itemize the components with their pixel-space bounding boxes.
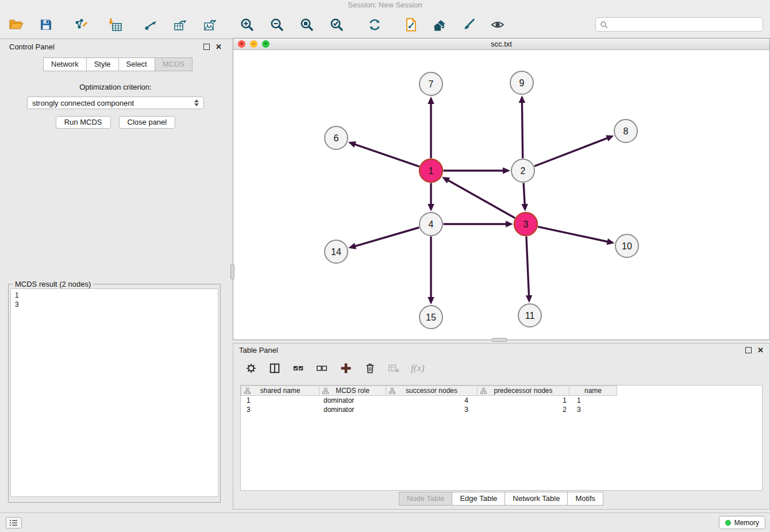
- import-network-button[interactable]: [71, 16, 90, 34]
- zoom-fit-button[interactable]: [298, 16, 316, 34]
- table-panel-float-button[interactable]: [745, 347, 752, 353]
- column-header-successor-nodes[interactable]: successor nodes: [386, 385, 478, 396]
- graph-node-3[interactable]: 3: [514, 213, 537, 236]
- zoom-selected-icon: [329, 17, 344, 32]
- zoom-out-button[interactable]: [268, 16, 286, 34]
- tab-style[interactable]: Style: [86, 57, 119, 71]
- open-session-button[interactable]: [7, 16, 25, 34]
- graph-edge-3-1[interactable]: [448, 180, 515, 218]
- column-header-predecessor-nodes[interactable]: predecessor nodes: [477, 385, 569, 396]
- cell-successor-nodes[interactable]: 4: [387, 396, 479, 405]
- tab-mcds[interactable]: MCDS: [155, 57, 192, 71]
- window-maximize-button[interactable]: [262, 40, 270, 48]
- apply-style-button[interactable]: [460, 16, 478, 34]
- cell-successor-nodes[interactable]: 3: [387, 405, 479, 414]
- graph-edge-2-9[interactable]: [522, 102, 522, 159]
- graph-node-8[interactable]: 8: [614, 119, 637, 142]
- optimization-criterion-label: Optimization criterion:: [3, 83, 228, 91]
- graph-edge-2-8[interactable]: [534, 138, 608, 166]
- graph-node-4[interactable]: 4: [419, 213, 442, 236]
- import-table-button[interactable]: [106, 16, 124, 34]
- table-row[interactable]: 1 dominator 4 1 1: [241, 396, 762, 405]
- show-columns-button[interactable]: [268, 362, 281, 375]
- graph-node-2[interactable]: 2: [511, 159, 534, 182]
- create-column-button[interactable]: [339, 361, 353, 375]
- network-canvas[interactable]: 7968124314101511: [233, 51, 769, 340]
- graph-edge-4-14[interactable]: [355, 228, 419, 246]
- svg-text:2: 2: [521, 166, 526, 176]
- zoom-selected-button[interactable]: [328, 16, 346, 34]
- graph-node-1[interactable]: 1: [419, 159, 442, 182]
- mcds-result-item[interactable]: 1: [15, 291, 218, 300]
- search-input[interactable]: [611, 21, 759, 29]
- task-history-button[interactable]: [6, 517, 22, 529]
- graph-edge-1-6[interactable]: [354, 144, 419, 167]
- show-hide-graphics-button[interactable]: [488, 16, 507, 34]
- criterion-dropdown[interactable]: strongly connected component: [27, 97, 204, 109]
- mcds-result-item[interactable]: 3: [15, 300, 218, 309]
- cell-mcds-role[interactable]: dominator: [319, 396, 387, 405]
- save-session-button[interactable]: [37, 16, 55, 34]
- run-mcds-button[interactable]: Run MCDS: [56, 116, 111, 129]
- function-builder-button[interactable]: f(x): [411, 363, 425, 374]
- splitter-handle-horizontal[interactable]: [492, 338, 507, 342]
- refresh-icon: [367, 17, 382, 32]
- main-toolbar: [0, 10, 770, 39]
- control-panel-close-button[interactable]: ✕: [215, 44, 222, 50]
- table-panel-close-button[interactable]: ✕: [757, 347, 764, 353]
- tab-network-table[interactable]: Network Table: [505, 492, 568, 506]
- refresh-layout-button[interactable]: [365, 16, 384, 34]
- network-window-titlebar: scc.txt: [233, 38, 769, 50]
- close-panel-button[interactable]: Close panel: [119, 116, 176, 129]
- graph-node-9[interactable]: 9: [510, 71, 533, 94]
- search-box[interactable]: [595, 17, 763, 32]
- column-header-mcds-role[interactable]: MCDS role: [319, 385, 386, 396]
- control-panel-tabs: Network Style Select MCDS: [44, 57, 228, 71]
- splitter-handle-vertical[interactable]: [230, 264, 234, 279]
- table-panel-tabs: Node Table Edge Table Network Table Moti…: [233, 492, 769, 506]
- graph-node-14[interactable]: 14: [325, 240, 348, 263]
- window-close-button[interactable]: [238, 40, 245, 48]
- graph-edge-2-3[interactable]: [523, 183, 525, 205]
- table-row[interactable]: 3 dominator 3 2 3: [241, 405, 762, 414]
- memory-button[interactable]: Memory: [719, 516, 765, 529]
- column-header-name[interactable]: name: [569, 385, 617, 396]
- deselect-all-columns-button[interactable]: [315, 362, 328, 375]
- cell-name[interactable]: 1: [571, 396, 619, 405]
- tab-motifs[interactable]: Motifs: [567, 492, 603, 506]
- delete-table-button[interactable]: [387, 362, 400, 375]
- graph-edge-3-11[interactable]: [526, 236, 529, 296]
- task-list-icon: [9, 519, 18, 527]
- graph-node-10[interactable]: 10: [615, 234, 638, 257]
- graph-node-15[interactable]: 15: [419, 306, 442, 329]
- column-header-shared-name[interactable]: shared name: [241, 385, 319, 396]
- tab-network[interactable]: Network: [43, 57, 87, 71]
- cell-shared-name[interactable]: 3: [241, 405, 319, 414]
- tab-edge-table[interactable]: Edge Table: [452, 492, 505, 506]
- control-panel-float-button[interactable]: [203, 44, 210, 50]
- cell-mcds-role[interactable]: dominator: [319, 405, 387, 414]
- cell-shared-name[interactable]: 1: [241, 396, 319, 405]
- graph-edge-3-10[interactable]: [538, 227, 609, 242]
- delete-column-button[interactable]: [364, 362, 376, 375]
- graph-node-6[interactable]: 6: [325, 126, 348, 149]
- graph-node-7[interactable]: 7: [419, 72, 442, 95]
- export-network-button[interactable]: [141, 16, 160, 34]
- export-image-button[interactable]: [201, 16, 220, 34]
- window-minimize-button[interactable]: [250, 40, 257, 48]
- cell-predecessor-nodes[interactable]: 1: [479, 396, 571, 405]
- tab-select[interactable]: Select: [118, 57, 155, 71]
- cell-predecessor-nodes[interactable]: 2: [479, 405, 571, 414]
- zoom-in-button[interactable]: [238, 16, 256, 34]
- select-all-columns-button[interactable]: [292, 362, 305, 375]
- show-all-views-button[interactable]: [431, 16, 449, 34]
- tab-node-table[interactable]: Node Table: [399, 492, 453, 506]
- graph-node-11[interactable]: 11: [518, 304, 541, 327]
- new-network-view-button[interactable]: [402, 16, 421, 34]
- table-options-button[interactable]: [245, 362, 257, 375]
- column-type-icon: [244, 388, 251, 394]
- cell-name[interactable]: 3: [571, 405, 619, 414]
- network-graph[interactable]: 7968124314101511: [233, 51, 769, 340]
- export-table-button[interactable]: [171, 16, 190, 34]
- export-image-icon: [203, 17, 218, 32]
